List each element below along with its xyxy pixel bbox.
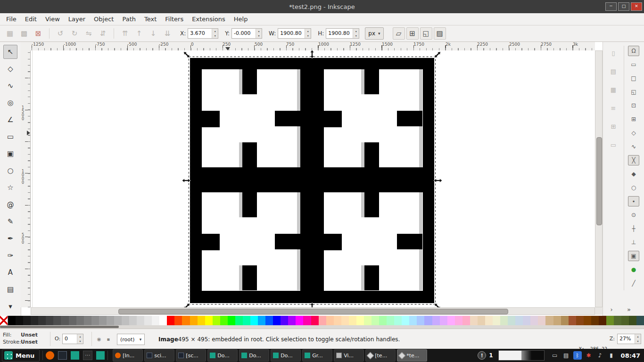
lower-to-bottom-icon[interactable]: ⇊ — [161, 27, 173, 40]
snap-guide-icon[interactable]: ╱ — [628, 278, 639, 288]
palette-swatch[interactable] — [31, 316, 38, 325]
tweak-tool[interactable]: ∿ — [3, 79, 17, 93]
palette-swatch[interactable] — [69, 316, 76, 325]
selected-image[interactable] — [190, 58, 434, 303]
ellipse-tool[interactable]: ○ — [3, 164, 17, 178]
palette-swatch[interactable] — [16, 316, 23, 325]
zoom-spinner[interactable]: ▴▾ — [635, 334, 641, 344]
palette-swatch[interactable] — [356, 316, 364, 325]
palette-swatch[interactable] — [53, 316, 61, 325]
menu-help[interactable]: Help — [230, 13, 252, 25]
snap-page-border-icon[interactable]: ▣ — [628, 251, 639, 261]
menu-layer[interactable]: Layer — [64, 13, 90, 25]
palette-swatch[interactable] — [508, 316, 515, 325]
gradient-tool[interactable]: ▤ — [3, 282, 17, 296]
layer-lock-icon[interactable]: ▪ — [105, 335, 112, 343]
taskbar-window-button[interactable]: [In... — [113, 349, 143, 362]
palette-swatch[interactable] — [273, 316, 281, 325]
more-left-button[interactable]: › — [607, 306, 616, 313]
more-right-button[interactable]: » — [624, 306, 634, 313]
w-input[interactable]: 1900.80 ▴▾ — [278, 28, 311, 39]
fill-stroke-indicator[interactable]: Fill:Unset Stroke:Unset — [3, 331, 38, 346]
snap-bbox-icon[interactable]: ▭ — [628, 59, 639, 70]
flip-vertical-icon[interactable]: ⇵ — [97, 27, 109, 40]
workspace-1[interactable] — [499, 351, 521, 360]
palette-swatch[interactable] — [144, 316, 152, 325]
close-button[interactable]: ✕ — [631, 2, 642, 11]
raise-icon[interactable]: ↑ — [133, 27, 145, 40]
pattern-toggle[interactable]: ▨ — [434, 27, 446, 40]
palette-swatch[interactable] — [636, 316, 644, 325]
palette-swatch[interactable] — [599, 316, 606, 325]
palette-swatch[interactable] — [250, 316, 258, 325]
palette-swatch[interactable] — [478, 316, 485, 325]
palette-swatch[interactable] — [91, 316, 99, 325]
star-tool[interactable]: ☆ — [3, 181, 17, 195]
x-input[interactable]: 3.670 ▴▾ — [188, 28, 218, 39]
lower-icon[interactable]: ↓ — [147, 27, 159, 40]
palette-swatch[interactable] — [114, 316, 122, 325]
y-value[interactable]: -0.000 — [232, 29, 256, 38]
palette-swatch[interactable] — [38, 316, 46, 325]
workspace-pager[interactable] — [498, 350, 545, 361]
rectangle-tool[interactable]: ▭ — [3, 130, 17, 144]
notification-area[interactable]: ! 1 — [478, 351, 493, 360]
corners-toggle[interactable]: ⊞ — [406, 27, 419, 40]
palette-swatch[interactable] — [334, 316, 341, 325]
snap-cusp-node-icon[interactable]: ◆ — [628, 169, 639, 179]
files-launcher-2[interactable] — [96, 351, 105, 360]
snap-rotation-center-icon[interactable]: ┼ — [628, 223, 639, 234]
palette-scrollbar-thumb[interactable] — [0, 326, 119, 328]
pen-tool[interactable]: ✒ — [3, 231, 17, 246]
palette-swatch[interactable] — [84, 316, 91, 325]
palette-swatch[interactable] — [379, 316, 387, 325]
pencil-tool[interactable]: ✎ — [3, 214, 17, 229]
battery-icon[interactable]: ▮ — [607, 351, 616, 360]
palette-scrollbar[interactable] — [0, 325, 644, 329]
snap-path-icon[interactable]: ∿ — [628, 141, 639, 152]
palette-swatch[interactable] — [288, 316, 296, 325]
applications-menu-button[interactable]: Menu — [2, 349, 40, 362]
palette-swatch[interactable] — [584, 316, 591, 325]
palette-swatch[interactable] — [402, 316, 409, 325]
spiral-tool[interactable]: @ — [3, 197, 17, 212]
palette-swatch[interactable] — [387, 316, 394, 325]
palette-swatch[interactable] — [174, 316, 182, 325]
palette-swatch[interactable] — [545, 316, 553, 325]
document-icon[interactable]: ▯ — [608, 48, 619, 58]
w-spinner[interactable]: ▴▾ — [305, 29, 311, 38]
workspace-2[interactable] — [521, 351, 544, 360]
horizontal-scrollbar[interactable] — [31, 307, 595, 315]
palette-swatch[interactable] — [8, 316, 16, 325]
snap-text-baseline-icon[interactable]: ⊥ — [628, 237, 639, 247]
palette-swatch[interactable] — [553, 316, 561, 325]
zoom-input[interactable]: 27% ▴▾ — [617, 334, 641, 344]
deselect-icon[interactable]: ⊠ — [32, 27, 44, 40]
palette-swatch[interactable] — [107, 316, 114, 325]
copy-icon[interactable]: ⊞ — [608, 121, 619, 132]
palette-swatch[interactable] — [99, 316, 107, 325]
snap-smooth-node-icon[interactable]: ○ — [628, 182, 639, 193]
snap-bbox-center-icon[interactable]: ⊞ — [628, 114, 639, 124]
palette-swatch[interactable] — [561, 316, 569, 325]
palette-swatch[interactable] — [462, 316, 470, 325]
snap-midpoint-icon[interactable]: ∙ — [628, 196, 639, 206]
clipboard-icon[interactable]: ▤ — [608, 66, 619, 76]
palette-swatch[interactable] — [455, 316, 462, 325]
volume-icon[interactable]: ♪ — [596, 351, 604, 360]
palette-swatch[interactable] — [311, 316, 319, 325]
layer-visibility-icon[interactable]: ◉ — [95, 335, 103, 343]
bluetooth-icon[interactable]: ᛒ — [573, 351, 582, 360]
palette-swatch[interactable] — [46, 316, 53, 325]
vertical-ruler[interactable]: 1 5 0 01 0 0 05 0 0 — [21, 50, 31, 307]
palette-swatch[interactable] — [470, 316, 478, 325]
firefox-launcher[interactable] — [46, 351, 54, 360]
palette-swatch[interactable] — [523, 316, 530, 325]
taskbar-window-button[interactable]: *te... — [397, 349, 427, 362]
snap-bbox-corner-icon[interactable]: ◱ — [628, 87, 639, 97]
taskbar-window-button[interactable]: Gr... — [302, 349, 332, 362]
menu-path[interactable]: Path — [118, 13, 140, 25]
dropper-tool[interactable]: ▾ — [3, 299, 17, 313]
text-tool[interactable]: A — [3, 265, 17, 280]
palette-swatch[interactable] — [205, 316, 213, 325]
